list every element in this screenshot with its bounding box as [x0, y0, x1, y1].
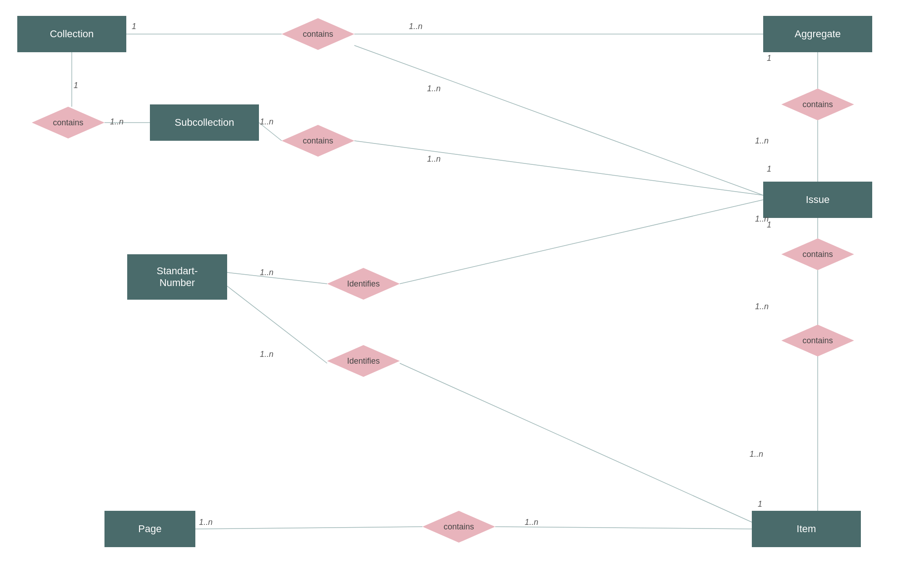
mult-1n-standart-identifies-bot: 1..n — [260, 350, 273, 359]
mult-1n-aggregate-down: 1..n — [755, 136, 769, 146]
mult-1-collection-right: 1 — [132, 22, 136, 31]
entity-collection: Collection — [17, 16, 126, 52]
diamond-contains-agg: contains — [781, 89, 854, 120]
diamond-contains-issue: contains — [781, 238, 854, 270]
entity-item: Item — [752, 511, 861, 547]
diamond-identifies-top: Identifies — [327, 268, 400, 300]
mult-1n-identifies-top-right: 1..n — [755, 302, 769, 311]
entity-issue: Issue — [763, 182, 872, 218]
mult-1-aggregate-down: 1 — [767, 54, 771, 63]
mult-1n-aggregate-left: 1..n — [409, 22, 422, 31]
mult-1n-cross-top: 1..n — [427, 84, 441, 94]
svg-line-14 — [400, 363, 752, 522]
mult-1n-contains-left-right: 1..n — [110, 117, 124, 127]
mult-1-issue-top: 1 — [767, 164, 771, 174]
diamond-contains-page: contains — [422, 511, 495, 543]
svg-line-4 — [354, 45, 763, 195]
mult-1n-subcollection-right: 1..n — [260, 117, 273, 127]
diamond-identifies-bot: Identifies — [327, 345, 400, 377]
mult-1n-cross-sub: 1..n — [427, 154, 441, 164]
mult-1-item-above: 1 — [758, 499, 762, 509]
mult-1n-item-top: 1..n — [750, 450, 763, 459]
svg-line-13 — [227, 286, 327, 363]
mult-1n-standart-identifies-top: 1..n — [260, 268, 273, 277]
mult-1-collection-down: 1 — [74, 81, 78, 90]
svg-line-11 — [227, 272, 327, 284]
svg-line-5 — [354, 141, 763, 195]
entity-page: Page — [104, 511, 195, 547]
mult-1n-page-right: 1..n — [199, 518, 213, 527]
mult-1-issue-below: 1 — [767, 220, 771, 230]
svg-line-12 — [400, 200, 763, 284]
entity-standart-number: Standart- Number — [127, 254, 227, 300]
svg-line-18 — [195, 527, 422, 529]
entity-subcollection: Subcollection — [150, 104, 259, 141]
entity-aggregate: Aggregate — [763, 16, 872, 52]
diamond-contains-top: contains — [282, 18, 354, 50]
diamond-contains-left: contains — [32, 107, 104, 138]
diamond-contains-sub: contains — [282, 125, 354, 157]
mult-1n-item-left: 1..n — [525, 518, 538, 527]
diamond-contains-item-bot: contains — [781, 325, 854, 356]
